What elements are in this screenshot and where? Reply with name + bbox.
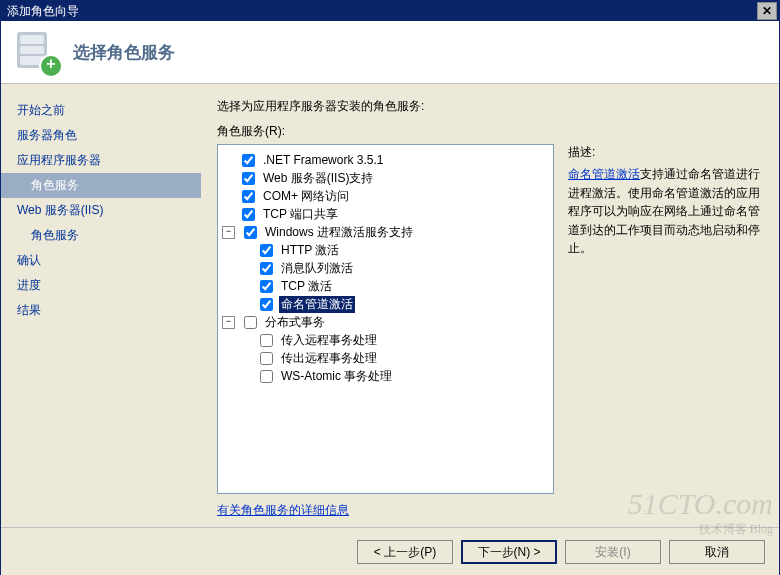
tree-spacer	[222, 191, 233, 202]
tree-spacer	[240, 353, 251, 364]
next-button[interactable]: 下一步(N) >	[461, 540, 557, 564]
role-services-tree[interactable]: .NET Framework 3.5.1Web 服务器(IIS)支持COM+ 网…	[217, 144, 554, 494]
tree-checkbox[interactable]	[260, 370, 273, 383]
cancel-button[interactable]: 取消	[669, 540, 765, 564]
tree-item-label: 消息队列激活	[279, 260, 355, 277]
tree-item[interactable]: −分布式事务	[222, 313, 549, 331]
tree-item-label: 传入远程事务处理	[279, 332, 379, 349]
prev-button[interactable]: < 上一步(P)	[357, 540, 453, 564]
wizard-steps-sidebar: 开始之前服务器角色应用程序服务器角色服务Web 服务器(IIS)角色服务确认进度…	[1, 84, 201, 527]
tree-item[interactable]: −Windows 进程激活服务支持	[222, 223, 549, 241]
roles-label: 角色服务(R):	[217, 123, 763, 140]
tree-checkbox[interactable]	[260, 244, 273, 257]
server-plus-icon: +	[15, 30, 59, 74]
collapse-icon[interactable]: −	[222, 226, 235, 239]
tree-item[interactable]: TCP 激活	[240, 277, 549, 295]
tree-item-label: TCP 端口共享	[261, 206, 340, 223]
install-button: 安装(I)	[565, 540, 661, 564]
tree-checkbox[interactable]	[242, 208, 255, 221]
sidebar-step-6[interactable]: 确认	[1, 248, 201, 273]
tree-spacer	[222, 209, 233, 220]
tree-spacer	[222, 155, 233, 166]
close-icon: ✕	[762, 4, 772, 18]
tree-checkbox[interactable]	[260, 298, 273, 311]
tree-spacer	[240, 371, 251, 382]
sidebar-step-4[interactable]: Web 服务器(IIS)	[1, 198, 201, 223]
tree-spacer	[240, 263, 251, 274]
sidebar-step-3[interactable]: 角色服务	[1, 173, 201, 198]
tree-item-label: COM+ 网络访问	[261, 188, 351, 205]
tree-item-label: .NET Framework 3.5.1	[261, 153, 385, 167]
tree-item-label: HTTP 激活	[279, 242, 341, 259]
tree-item-label: TCP 激活	[279, 278, 334, 295]
wizard-buttons: < 上一步(P) 下一步(N) > 安装(I) 取消	[1, 527, 779, 575]
tree-spacer	[240, 299, 251, 310]
sidebar-step-1[interactable]: 服务器角色	[1, 123, 201, 148]
tree-item[interactable]: 传入远程事务处理	[240, 331, 549, 349]
sidebar-step-7[interactable]: 进度	[1, 273, 201, 298]
tree-checkbox[interactable]	[260, 262, 273, 275]
tree-checkbox[interactable]	[260, 280, 273, 293]
page-title: 选择角色服务	[73, 41, 175, 64]
sidebar-step-2[interactable]: 应用程序服务器	[1, 148, 201, 173]
tree-checkbox[interactable]	[244, 226, 257, 239]
collapse-icon[interactable]: −	[222, 316, 235, 329]
tree-checkbox[interactable]	[242, 172, 255, 185]
close-button[interactable]: ✕	[757, 2, 777, 20]
tree-spacer	[240, 335, 251, 346]
tree-checkbox[interactable]	[260, 352, 273, 365]
tree-checkbox[interactable]	[242, 190, 255, 203]
titlebar: 添加角色向导 ✕	[1, 1, 779, 21]
tree-checkbox[interactable]	[260, 334, 273, 347]
tree-spacer	[240, 245, 251, 256]
tree-item-label: Web 服务器(IIS)支持	[261, 170, 375, 187]
tree-item-label: WS-Atomic 事务处理	[279, 368, 394, 385]
wizard-header: + 选择角色服务	[1, 21, 779, 84]
sidebar-step-5[interactable]: 角色服务	[1, 223, 201, 248]
tree-item[interactable]: .NET Framework 3.5.1	[222, 151, 549, 169]
sidebar-step-0[interactable]: 开始之前	[1, 98, 201, 123]
tree-spacer	[222, 173, 233, 184]
tree-spacer	[240, 281, 251, 292]
tree-item[interactable]: Web 服务器(IIS)支持	[222, 169, 549, 187]
description-link[interactable]: 命名管道激活	[568, 167, 640, 181]
tree-item-label: 命名管道激活	[279, 296, 355, 313]
tree-item[interactable]: TCP 端口共享	[222, 205, 549, 223]
tree-checkbox[interactable]	[244, 316, 257, 329]
tree-item[interactable]: HTTP 激活	[240, 241, 549, 259]
instruction-text: 选择为应用程序服务器安装的角色服务:	[217, 98, 763, 115]
tree-checkbox[interactable]	[242, 154, 255, 167]
tree-item[interactable]: 消息队列激活	[240, 259, 549, 277]
tree-item[interactable]: COM+ 网络访问	[222, 187, 549, 205]
tree-item-label: 分布式事务	[263, 314, 327, 331]
window-title: 添加角色向导	[7, 3, 79, 20]
tree-item[interactable]: 命名管道激活	[240, 295, 549, 313]
description-panel: 描述: 命名管道激活支持通过命名管道进行进程激活。使用命名管道激活的应用程序可以…	[568, 144, 763, 494]
tree-item[interactable]: 传出远程事务处理	[240, 349, 549, 367]
more-info-link[interactable]: 有关角色服务的详细信息	[217, 503, 349, 517]
tree-item[interactable]: WS-Atomic 事务处理	[240, 367, 549, 385]
description-title: 描述:	[568, 144, 763, 161]
sidebar-step-8[interactable]: 结果	[1, 298, 201, 323]
tree-item-label: 传出远程事务处理	[279, 350, 379, 367]
tree-item-label: Windows 进程激活服务支持	[263, 224, 415, 241]
